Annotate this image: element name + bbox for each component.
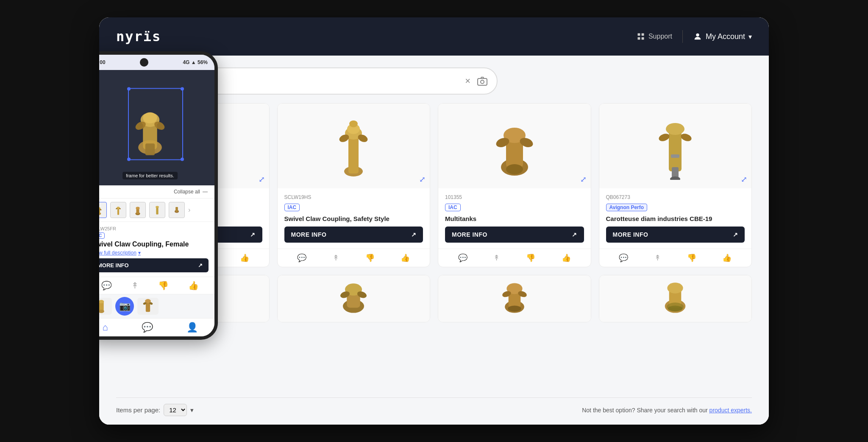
phone-camera-fab-button[interactable]: 📷 [115,297,134,316]
thumbup-icon-3[interactable]: 👍 [562,253,571,263]
thumbnail-1[interactable] [99,202,107,218]
svg-point-55 [508,305,521,311]
phone-bottom-row: 📷 [99,294,214,318]
product-svg-3 [485,112,544,180]
thumbnail-4[interactable] [149,202,165,218]
nav-account-icon[interactable]: 👤 [186,322,198,333]
items-per-page-selector: Items per page: 12 24 48 ▾ [116,404,194,416]
thumbnails-next-button[interactable]: › [188,206,190,214]
phone-external-link-icon: ↗ [198,262,203,269]
chevron-down-phone-icon: ▾ [138,250,141,256]
nav-home-icon[interactable]: ⌂ [102,322,108,333]
svg-point-58 [668,283,683,294]
thumbup-icon-1[interactable]: 👍 [240,253,249,263]
mobile-phone: 11:00 4G ▲ 56% ‹ [99,51,218,340]
chevron-select-icon: ▾ [190,406,194,414]
thumbup-icon-2[interactable]: 👍 [401,253,410,263]
clear-search-button[interactable]: × [465,76,470,87]
svg-rect-83 [175,207,178,212]
product-card-7 [438,275,591,322]
share-icon-4[interactable]: ↟ [654,253,661,263]
product-svg-7 [493,280,536,318]
phone-thumbdown-icon[interactable]: 👎 [158,280,169,291]
phone-battery: 4G ▲ 56% [183,59,208,65]
more-info-button-4[interactable]: MORE INFO ↗ [606,227,745,243]
corner-dot-bl [127,157,131,161]
expand-icon-2[interactable]: ⤢ [419,175,426,184]
my-account-button[interactable]: My Account ▾ [693,32,752,41]
external-link-icon-3: ↗ [572,231,577,238]
thumb-svg-3 [132,204,144,216]
product-image-6 [278,275,430,322]
expand-icon-1[interactable]: ⤢ [259,175,265,184]
product-image-4: ⤢ [599,104,752,188]
thumb-svg-5 [171,204,183,216]
expand-icon-3[interactable]: ⤢ [580,175,587,184]
header-actions: Support My Account ▾ [637,30,752,43]
product-image-3: ⤢ [438,104,591,188]
svg-point-11 [481,80,484,84]
view-full-description-button[interactable]: View full description ▾ [99,250,209,256]
product-card-4: ⤢ QB067273 Avignon Perfo Carotteuse diam… [599,103,752,267]
product-info-2: SCLW19HS IAC Swivel Claw Coupling, Safet… [278,188,430,249]
phone-more-info-button[interactable]: MORE INFO ↗ [99,258,209,272]
minus-icon: — [203,189,208,195]
collapse-all-button[interactable]: Collapse all — [99,185,214,199]
more-info-button-3[interactable]: MORE INFO ↗ [445,227,584,243]
product-actions-3: 💬 ↟ 👎 👍 [438,249,591,267]
comment-icon-2[interactable]: 💬 [297,253,306,263]
expand-icon-4[interactable]: ⤢ [741,175,747,184]
bottom-product-thumb-2[interactable] [137,298,159,315]
svg-rect-0 [637,34,640,36]
share-icon-3[interactable]: ↟ [493,253,500,263]
nav-chat-icon[interactable]: 💬 [142,322,153,333]
bottom-product-thumb-1[interactable] [99,298,112,315]
phone-share-icon[interactable]: ↟ [131,280,139,291]
thumbup-icon-4[interactable]: 👍 [722,253,732,263]
product-sku-2: SCLW19HS [284,194,423,200]
product-sku-4: QB067273 [606,194,745,200]
camera-search-button[interactable] [475,73,490,89]
product-experts-link[interactable]: product experts. [709,407,752,414]
more-info-button-2[interactable]: MORE INFO ↗ [284,227,423,243]
svg-point-81 [156,206,159,208]
comment-icon-3[interactable]: 💬 [458,253,467,263]
external-link-icon-4: ↗ [733,231,738,238]
product-name-4: Carotteuse diam industries CBE-19 [606,215,745,223]
svg-rect-10 [478,78,487,85]
share-icon-2[interactable]: ↟ [333,253,339,263]
support-icon [637,32,645,41]
thumbdown-icon-4[interactable]: 👎 [687,253,696,263]
thumbdown-icon-3[interactable]: 👎 [526,253,535,263]
product-image-2: ⤢ [278,104,430,188]
bottom-thumb-svg-2 [139,299,156,314]
phone-thumbnails: › [99,199,214,222]
selection-box [128,88,183,160]
phone-nav: ⌂ 💬 👤 [99,318,214,336]
comment-icon-4[interactable]: 💬 [619,253,628,263]
phone-comment-icon[interactable]: 💬 [101,280,112,291]
phone-notch [140,58,148,67]
thumbnail-3[interactable] [130,202,146,218]
corner-dot-br [181,157,184,161]
camera-icon [477,76,488,87]
svg-point-38 [670,176,680,180]
phone-thumbup-icon[interactable]: 👍 [188,280,199,291]
thumbdown-icon-2[interactable]: 👎 [365,253,375,263]
header: nyrïs Support My Account ▾ [99,17,769,56]
svg-point-34 [666,123,684,135]
thumbnail-2[interactable] [110,202,126,218]
product-svg-4 [645,112,705,180]
product-info-3: 101355 IAC Multitanks MORE INFO ↗ [438,188,591,249]
phone-product-sku: SCLW25FR [99,226,209,231]
corner-dot-tr [181,87,184,90]
thumbnail-5[interactable] [169,202,185,218]
phone-product-badge: IAC [99,232,105,239]
items-per-page-select[interactable]: 12 24 48 [164,404,187,416]
phone-product-name: Swivel Claw Coupling, Female [99,240,209,248]
support-button[interactable]: Support [637,32,672,41]
product-card-2: ⤢ SCLW19HS IAC Swivel Claw Coupling, Saf… [277,103,431,267]
svg-point-4 [696,34,699,36]
phone-product-info: SCLW25FR IAC Swivel Claw Coupling, Femal… [99,222,214,277]
product-brand-4: Avignon Perfo [606,204,648,211]
